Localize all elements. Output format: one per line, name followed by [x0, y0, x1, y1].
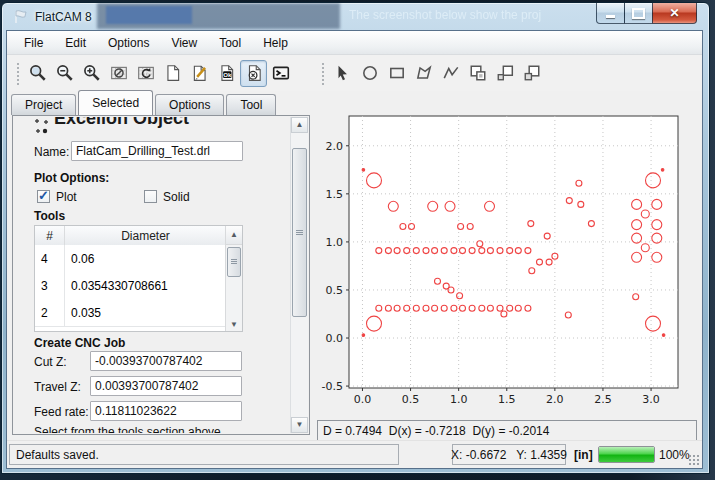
client-area: FileEditOptionsViewToolHelp	[6, 30, 703, 469]
scroll-grip	[231, 259, 237, 264]
plot-checkbox[interactable]	[37, 190, 50, 203]
tab-options[interactable]: Options	[155, 94, 224, 115]
paste-geometry-icon[interactable]	[518, 60, 545, 87]
draw-circle-icon[interactable]	[356, 60, 383, 87]
svg-text:1.0: 1.0	[326, 236, 344, 249]
menu-item-edit[interactable]: Edit	[54, 33, 97, 53]
plot-svg[interactable]: 0.00.51.01.52.02.53.0-0.50.00.51.01.52.0	[317, 98, 699, 415]
svg-text:2.0: 2.0	[326, 140, 344, 153]
tab-selected[interactable]: Selected	[78, 90, 153, 115]
scroll-grip	[296, 230, 303, 235]
table-row[interactable]: 30.0354330708661	[35, 272, 226, 300]
progress-fill	[599, 447, 654, 462]
new-file-icon[interactable]	[159, 60, 186, 87]
toolbar-grip[interactable]	[15, 61, 20, 85]
background-window-text: The screenshot below show the proj	[349, 8, 604, 26]
panel-scroll-down[interactable]: ▼	[291, 417, 308, 433]
tab-project[interactable]: Project	[11, 94, 76, 115]
solid-checkbox[interactable]	[144, 190, 157, 203]
svg-text:2.0: 2.0	[546, 393, 564, 406]
tools-label: Tools	[34, 209, 65, 223]
menu-bar: FileEditOptionsViewToolHelp	[7, 31, 702, 55]
app-window: The screenshot below show the proj FlatC…	[1, 2, 710, 474]
travelz-input[interactable]	[90, 376, 242, 396]
svg-text:1.5: 1.5	[326, 188, 344, 201]
tab-tool-label: Tool	[240, 98, 262, 112]
tab-selected-label: Selected	[92, 96, 139, 110]
toolbar-grip-2[interactable]	[320, 61, 325, 85]
tools-scroll-down[interactable]: ▼	[226, 318, 242, 331]
panel-scroll-thumb[interactable]	[292, 148, 307, 317]
save-ok-icon[interactable]: Ok	[213, 60, 240, 87]
select-cursor-icon[interactable]	[329, 60, 356, 87]
cutz-label: Cut Z:	[34, 355, 67, 369]
panel-viewport: Excellon Object Name: Plot Options: Plot…	[14, 117, 293, 433]
units-label: [in]	[574, 448, 593, 462]
tools-table-header: # Diameter	[35, 226, 242, 246]
selected-panel: Excellon Object Name: Plot Options: Plot…	[12, 115, 310, 435]
resize-grip[interactable]	[688, 454, 699, 465]
solid-checkbox-label: Solid	[163, 190, 190, 204]
replot-icon[interactable]	[132, 60, 159, 87]
name-label: Name:	[34, 145, 69, 159]
clear-plot-icon[interactable]	[105, 60, 132, 87]
edit-file-icon[interactable]	[186, 60, 213, 87]
close-icon: ✕	[669, 7, 679, 19]
zoom-out-icon[interactable]	[51, 60, 78, 87]
menu-item-help[interactable]: Help	[252, 33, 299, 53]
menu-item-tool[interactable]: Tool	[208, 33, 252, 53]
tools-table-scrollbar[interactable]: ▼	[225, 245, 242, 331]
tools-scroll-up[interactable]: ▲	[225, 226, 242, 245]
copy-objects-icon[interactable]	[464, 60, 491, 87]
copy-geometry-icon[interactable]	[491, 60, 518, 87]
tab-project-label: Project	[25, 98, 62, 112]
panel-scrollbar[interactable]: ▲ ▼	[290, 117, 308, 433]
shell-icon[interactable]	[267, 60, 294, 87]
progress-percent: 100%	[659, 448, 690, 462]
coordinates-readout: X: -0.6672 Y: 1.4359	[452, 444, 566, 465]
minimize-button[interactable]	[596, 3, 625, 24]
feedrate-label: Feed rate:	[34, 405, 89, 419]
menu-item-view[interactable]: View	[160, 33, 208, 53]
plot-options-label: Plot Options:	[34, 171, 109, 185]
excellon-object-icon	[32, 118, 50, 136]
panel-scroll-up[interactable]: ▲	[291, 117, 308, 133]
name-input[interactable]	[71, 141, 243, 161]
svg-text:2.5: 2.5	[594, 393, 612, 406]
menu-item-options[interactable]: Options	[97, 33, 160, 53]
tab-tool[interactable]: Tool	[226, 94, 276, 115]
zoom-in-icon[interactable]	[78, 60, 105, 87]
svg-text:0.0: 0.0	[354, 393, 372, 406]
tools-footer-note: Select from the tools section above	[34, 425, 221, 433]
tools-scroll-thumb[interactable]	[227, 247, 241, 277]
cutz-input[interactable]	[90, 351, 242, 371]
column-number[interactable]: #	[35, 226, 65, 245]
menu-item-file[interactable]: File	[13, 33, 54, 53]
status-bar: Defaults saved. X: -0.6672 Y: 1.4359 [in…	[7, 440, 702, 468]
maximize-button[interactable]	[624, 3, 653, 24]
svg-text:1.5: 1.5	[498, 393, 516, 406]
travelz-label: Travel Z:	[34, 380, 81, 394]
draw-polyline-icon[interactable]	[437, 60, 464, 87]
notebook-tabs: Project Selected Options Tool	[11, 91, 278, 115]
table-row[interactable]: 20.035	[35, 299, 226, 327]
delete-object-icon[interactable]	[240, 60, 267, 87]
close-button[interactable]: ✕	[652, 3, 697, 24]
svg-text:-0.5: -0.5	[322, 380, 343, 393]
progress-bar	[598, 446, 655, 463]
window-title: FlatCAM 8	[35, 10, 92, 24]
plot-container: 0.00.51.01.52.02.53.0-0.50.00.51.01.52.0	[317, 98, 699, 415]
measure-readout: D = 0.7494 D(x) = -0.7218 D(y) = -0.2014	[317, 420, 697, 441]
feedrate-input[interactable]	[90, 401, 242, 421]
zoom-fit-icon[interactable]	[24, 60, 51, 87]
svg-text:Ok: Ok	[223, 72, 232, 78]
column-diameter[interactable]: Diameter	[65, 226, 226, 245]
maximize-icon	[632, 8, 645, 19]
draw-polygon-icon[interactable]	[410, 60, 437, 87]
table-row[interactable]: 40.06	[35, 245, 226, 273]
flatcam-logo-icon	[13, 9, 29, 25]
svg-text:1.0: 1.0	[450, 393, 468, 406]
draw-rectangle-icon[interactable]	[383, 60, 410, 87]
toolbar: Ok	[7, 55, 702, 91]
status-message: Defaults saved.	[9, 444, 399, 465]
